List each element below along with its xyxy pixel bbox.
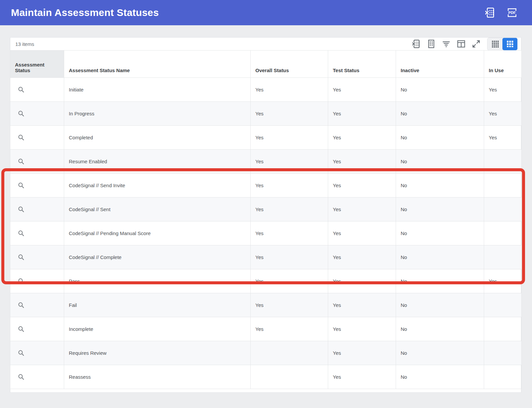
column-header-assessment-status-name[interactable]: Assessment Status Name [64, 51, 251, 78]
inactive-cell: No [396, 174, 484, 198]
in-use-cell [484, 341, 522, 365]
magnifying-glass-icon[interactable] [18, 302, 25, 309]
table-row: Resume Enabled Yes Yes No [10, 150, 522, 174]
in-use-cell [484, 293, 522, 317]
table-row: CodeSignal // Complete Yes Yes No [10, 245, 522, 269]
related-actions-cell [10, 102, 64, 126]
table-row: Initiate Yes Yes No Yes [10, 78, 522, 102]
status-name-cell: Incomplete [64, 317, 251, 341]
related-actions-cell [10, 293, 64, 317]
in-use-cell: Yes [484, 102, 522, 126]
test-status-cell: Yes [328, 365, 396, 389]
status-name-cell: CodeSignal // Complete [64, 245, 251, 269]
related-actions-cell [10, 150, 64, 174]
in-use-cell [484, 317, 522, 341]
magnifying-glass-icon[interactable] [18, 182, 25, 189]
in-use-cell: Yes [484, 269, 522, 293]
magnifying-glass-icon[interactable] [18, 158, 25, 165]
magnifying-glass-icon[interactable] [18, 86, 25, 93]
toggle-layout-icon [457, 39, 466, 49]
table-row: Fail Yes Yes No [10, 293, 522, 317]
inactive-cell: No [396, 126, 484, 150]
magnifying-glass-icon[interactable] [18, 326, 25, 333]
column-header-in-use[interactable]: In Use [484, 51, 522, 78]
magnifying-glass-icon[interactable] [18, 254, 25, 261]
related-actions-cell [10, 198, 64, 221]
in-use-cell [484, 221, 522, 245]
items-count: 13 items [15, 41, 34, 47]
export-to-pdf-button[interactable]: PDF [506, 7, 518, 19]
status-name-cell: In Progress [64, 102, 251, 126]
magnifying-glass-icon[interactable] [18, 278, 25, 285]
status-name-cell: Pass [64, 269, 251, 293]
grid-view-expanded-button[interactable] [502, 38, 517, 50]
excel-export-icon [412, 39, 421, 49]
status-name-cell: CodeSignal // Send Invite [64, 174, 251, 198]
magnifying-glass-icon[interactable] [18, 134, 25, 141]
magnifying-glass-icon[interactable] [18, 110, 25, 117]
overall-status-cell: Yes [251, 150, 328, 174]
inactive-cell: No [396, 78, 484, 102]
overall-status-cell: Yes [251, 317, 328, 341]
column-header-inactive[interactable]: Inactive [396, 51, 484, 78]
related-actions-cell [10, 365, 64, 389]
table-header-row: Assessment Status Assessment Status Name… [10, 51, 522, 78]
in-use-cell: Yes [484, 126, 522, 150]
overall-status-cell: Yes [251, 78, 328, 102]
inactive-cell: No [396, 198, 484, 221]
magnifying-glass-icon[interactable] [18, 373, 25, 381]
toggle-layout-button[interactable] [456, 39, 466, 49]
title-bar-actions: PDF [484, 7, 518, 19]
related-actions-cell [10, 269, 64, 293]
status-name-cell: CodeSignal // Pending Manual Score [64, 221, 251, 245]
title-bar: Maintain Assessment Statuses PDF [0, 0, 532, 25]
overall-status-cell: Yes [251, 221, 328, 245]
printable-version-icon [427, 39, 436, 49]
svg-text:PDF: PDF [508, 11, 516, 15]
expand-icon [471, 39, 481, 49]
inactive-cell: No [396, 269, 484, 293]
status-name-cell: Reassess [64, 365, 251, 389]
inactive-cell: No [396, 365, 484, 389]
column-header-assessment-status[interactable]: Assessment Status [10, 51, 64, 78]
status-name-cell: CodeSignal // Sent [64, 198, 251, 221]
view-toggle-group [487, 38, 518, 51]
related-actions-cell [10, 174, 64, 198]
in-use-cell [484, 174, 522, 198]
test-status-cell: Yes [328, 150, 396, 174]
table-row: Incomplete Yes Yes No [10, 317, 522, 341]
related-actions-cell [10, 317, 64, 341]
test-status-cell: Yes [328, 126, 396, 150]
column-header-test-status[interactable]: Test Status [328, 51, 396, 78]
printable-version-button[interactable] [426, 39, 437, 49]
magnifying-glass-icon[interactable] [18, 349, 25, 357]
status-name-cell: Requires Review [64, 341, 251, 365]
table-body: Initiate Yes Yes No Yes In Progress Yes … [10, 78, 522, 389]
test-status-cell: Yes [328, 221, 396, 245]
assessment-statuses-table: Assessment Status Assessment Status Name… [10, 50, 522, 389]
table-row: Completed Yes Yes No Yes [10, 126, 522, 150]
table-row: CodeSignal // Send Invite Yes Yes No [10, 174, 522, 198]
export-to-excel-button[interactable] [411, 39, 422, 49]
inactive-cell: No [396, 341, 484, 365]
table-row: Pass Yes Yes No Yes [10, 269, 522, 293]
overall-status-cell: Yes [251, 102, 328, 126]
filter-button[interactable] [441, 39, 452, 49]
test-status-cell: Yes [328, 198, 396, 221]
in-use-cell [484, 150, 522, 174]
magnifying-glass-icon[interactable] [18, 230, 25, 237]
in-use-cell [484, 198, 522, 221]
inactive-cell: No [396, 293, 484, 317]
table-row: Reassess Yes No [10, 365, 522, 389]
overall-status-cell: Yes [251, 245, 328, 269]
inactive-cell: No [396, 150, 484, 174]
export-to-excel-button[interactable] [484, 7, 496, 19]
column-header-overall-status[interactable]: Overall Status [251, 51, 328, 78]
related-actions-cell [10, 126, 64, 150]
magnifying-glass-icon[interactable] [18, 206, 25, 213]
related-actions-cell [10, 221, 64, 245]
grid-view-compact-button[interactable] [487, 38, 502, 50]
test-status-cell: Yes [328, 174, 396, 198]
overall-status-cell: Yes [251, 126, 328, 150]
expand-button[interactable] [471, 39, 481, 49]
